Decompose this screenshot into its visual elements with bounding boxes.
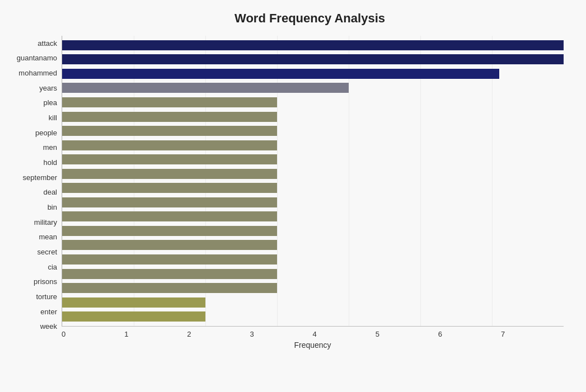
bars-inner: [62, 36, 564, 326]
x-tick-label: 0: [62, 330, 124, 338]
bar-row: [62, 238, 564, 253]
x-tick-label: 4: [313, 330, 376, 338]
bar-row: [62, 252, 564, 267]
x-tick-label: 1: [124, 330, 187, 338]
bars-wrapper: [62, 36, 564, 327]
y-label: military: [34, 215, 57, 230]
bar: [62, 269, 277, 279]
bar: [62, 297, 205, 308]
x-tick-label: 3: [250, 330, 312, 338]
bar-row: [62, 281, 564, 295]
y-label: years: [39, 81, 57, 96]
y-label: plea: [43, 96, 57, 111]
x-axis-title: Frequency: [62, 341, 564, 350]
bar: [62, 126, 277, 136]
y-label: prisons: [34, 275, 57, 290]
y-label: deal: [43, 185, 57, 200]
bar-row: [62, 167, 564, 181]
bar-row: [62, 81, 564, 96]
bar: [62, 283, 277, 293]
bar-row: [62, 181, 564, 195]
bar: [62, 169, 277, 179]
y-label: mohammed: [18, 65, 57, 81]
bar: [62, 112, 277, 122]
bar: [62, 40, 564, 50]
bar: [62, 197, 277, 207]
y-label: mean: [39, 230, 57, 245]
bar: [62, 311, 205, 322]
bar: [62, 211, 277, 221]
x-tick-label: 7: [501, 330, 564, 338]
y-label: bin: [48, 200, 57, 215]
x-tick-label: 2: [187, 330, 250, 338]
bar: [62, 240, 277, 250]
bar-row: [62, 210, 564, 224]
bar-row: [62, 224, 564, 238]
y-label: secret: [37, 244, 57, 259]
y-label: hold: [43, 155, 57, 170]
bars-and-axes: 01234567 Frequency: [62, 36, 564, 350]
y-label: guantanamo: [17, 51, 57, 66]
y-label: kill: [49, 110, 57, 125]
chart-area: attackguantanamomohammedyearspleakillpeo…: [11, 36, 564, 350]
chart-title: Word Frequency Analysis: [11, 11, 564, 26]
y-label: cia: [48, 259, 57, 275]
bar: [62, 54, 564, 64]
y-labels: attackguantanamomohammedyearspleakillpeo…: [11, 36, 62, 350]
y-label: september: [23, 170, 57, 185]
bar: [62, 97, 277, 107]
bar: [62, 183, 277, 193]
bar-row: [62, 53, 564, 67]
bar-row: [62, 195, 564, 210]
bar-row: [62, 295, 564, 310]
bar-row: [62, 138, 564, 153]
bar-row: [62, 67, 564, 81]
y-label: men: [43, 140, 57, 155]
bar: [62, 83, 349, 93]
bar-row: [62, 124, 564, 138]
bar-row: [62, 152, 564, 167]
bar: [62, 154, 277, 164]
y-label: torture: [36, 289, 57, 304]
bar-row: [62, 267, 564, 281]
bar-row: [62, 95, 564, 110]
x-axis-labels: 01234567: [62, 327, 564, 338]
bar: [62, 254, 277, 265]
chart-container: Word Frequency Analysis attackguantanamo…: [0, 0, 586, 392]
y-label: enter: [40, 304, 57, 319]
bar: [62, 140, 277, 150]
y-label: people: [35, 125, 57, 140]
bar-row: [62, 38, 564, 53]
bar: [62, 226, 277, 236]
bar: [62, 69, 499, 79]
x-tick-label: 5: [376, 330, 438, 338]
bar-row: [62, 309, 564, 324]
y-label: attack: [37, 36, 57, 51]
x-tick-label: 6: [438, 330, 501, 338]
bar-row: [62, 110, 564, 124]
y-label: week: [40, 319, 57, 334]
